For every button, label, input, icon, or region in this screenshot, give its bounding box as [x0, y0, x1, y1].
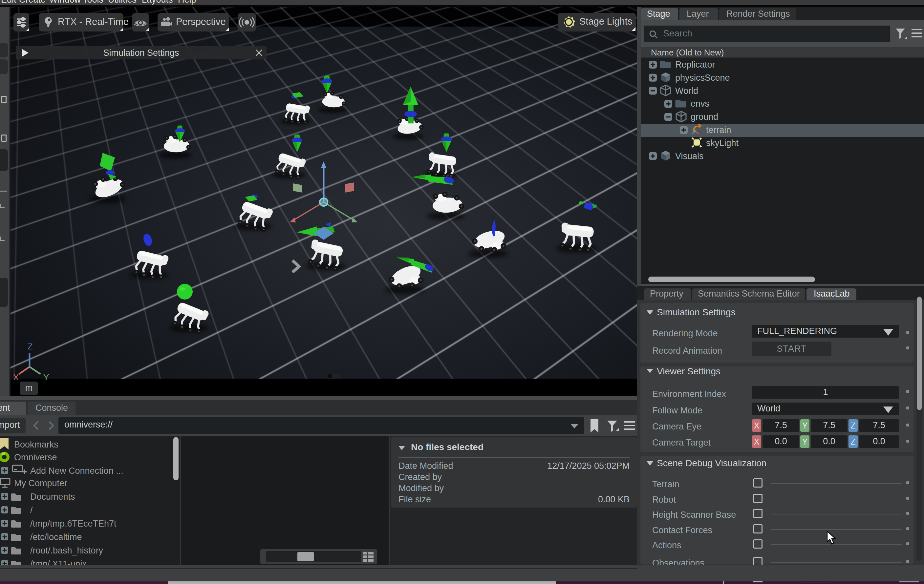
- svg-text:Bookmarks: Bookmarks: [14, 440, 58, 449]
- svg-text:/: /: [30, 505, 33, 515]
- svg-text:Y: Y: [43, 372, 49, 381]
- svg-text:World: World: [675, 86, 698, 96]
- svg-text:Documents: Documents: [30, 492, 75, 502]
- svg-text:My Computer: My Computer: [14, 478, 67, 488]
- svg-text:Replicator: Replicator: [675, 60, 715, 69]
- svg-text:ground: ground: [691, 112, 718, 122]
- svg-text:/tmp/ X11-unix: /tmp/ X11-unix: [30, 559, 87, 565]
- svg-text:Z: Z: [28, 342, 33, 351]
- svg-text:/tmp/tmp.6TEceTEh7t: /tmp/tmp.6TEceTEh7t: [30, 519, 117, 528]
- svg-text:skyLight: skyLight: [706, 138, 739, 148]
- svg-text:/etc/localtime: /etc/localtime: [30, 532, 82, 542]
- svg-text:physicsScene: physicsScene: [675, 73, 730, 83]
- svg-text:terrain: terrain: [706, 125, 731, 135]
- svg-text:/root/.bash_history: /root/.bash_history: [30, 546, 103, 556]
- svg-text:Visuals: Visuals: [675, 151, 704, 161]
- svg-text:Add New Connection ...: Add New Connection ...: [30, 466, 124, 476]
- svg-text:Omniverse: Omniverse: [14, 452, 57, 462]
- svg-text:X: X: [13, 372, 19, 381]
- svg-text:envs: envs: [691, 99, 710, 109]
